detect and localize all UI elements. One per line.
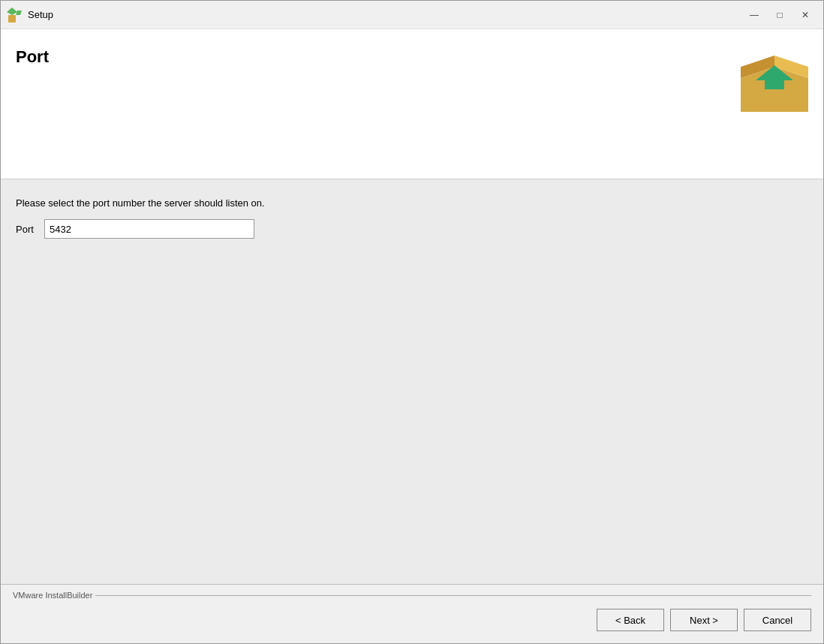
footer-brand-bar: VMware InstallBuilder [1,585,823,603]
content-area: Please select the port number the server… [1,179,823,584]
maximize-button[interactable]: □ [768,6,792,24]
port-row: Port [16,219,808,239]
setup-window: Setup — □ ✕ Port Please select the port … [0,0,824,644]
close-button[interactable]: ✕ [793,6,817,24]
next-button[interactable]: Next > [670,609,738,631]
description-text: Please select the port number the server… [16,197,808,209]
footer-buttons: < Back Next > Cancel [1,603,823,643]
title-bar-text: Setup [28,9,742,20]
footer-brand-line [95,595,811,596]
footer: VMware InstallBuilder < Back Next > Canc… [1,584,823,643]
installer-icon [733,37,816,119]
page-title: Port [16,47,49,67]
svg-marker-1 [7,8,17,15]
page-header: Port [1,29,823,179]
port-label: Port [16,224,38,235]
minimize-button[interactable]: — [742,6,766,24]
svg-marker-2 [16,11,22,15]
svg-rect-0 [8,15,16,23]
footer-brand-text: VMware InstallBuilder [13,591,92,600]
title-bar: Setup — □ ✕ [1,1,823,29]
back-button[interactable]: < Back [597,609,664,631]
app-icon [7,8,22,23]
cancel-button[interactable]: Cancel [744,609,811,631]
title-bar-controls: — □ ✕ [742,6,817,24]
port-input[interactable] [44,219,254,239]
